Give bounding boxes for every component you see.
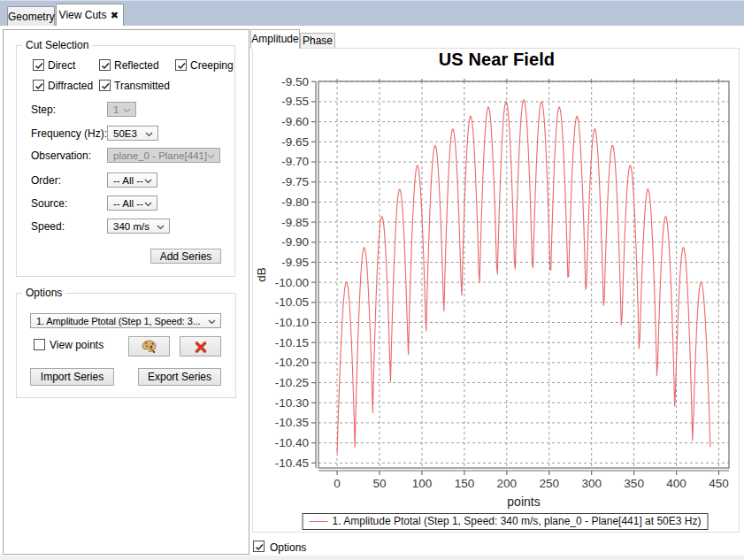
chart-region: Amplitude Phase US Near Field -9.50-9.55… (251, 26, 744, 556)
direct-checkbox[interactable] (33, 59, 44, 71)
checkmark-icon (100, 60, 111, 72)
chevron-down-icon (144, 179, 152, 184)
legend-label: 1. Amplitude Ptotal (Step 1, Speed: 340 … (333, 515, 702, 527)
frequency-label: Frequency (Hz): (31, 127, 107, 140)
tab-amplitude[interactable]: Amplitude (250, 29, 300, 49)
reflected-checkbox-label[interactable]: Reflected (114, 59, 159, 72)
checkmark-icon (100, 81, 111, 92)
document-tab-bar: Geometry View Cuts ✖ (0, 0, 744, 26)
creeping-checkbox-label[interactable]: Creeping (190, 59, 234, 72)
checkmark-icon (176, 60, 188, 72)
step-select[interactable]: 1 (107, 102, 136, 117)
tab-view-cuts[interactable]: View Cuts ✖ (56, 4, 124, 27)
options-group: Options 1. Amplitude Ptotal (Step 1, Spe… (16, 293, 236, 398)
svg-text:-10.05: -10.05 (275, 295, 309, 309)
svg-text:-10.25: -10.25 (275, 376, 309, 389)
chart-options-checkbox[interactable] (253, 541, 265, 552)
source-value: -- All -- (113, 198, 143, 209)
svg-text:-9.95: -9.95 (281, 256, 309, 269)
checkmark-icon (34, 60, 45, 72)
tab-geometry[interactable]: Geometry (7, 6, 55, 27)
svg-text:200: 200 (497, 477, 518, 490)
svg-text:100: 100 (412, 477, 433, 490)
cut-selection-group-title: Cut Selection (22, 39, 92, 51)
svg-text:-10.30: -10.30 (275, 396, 309, 410)
svg-text:-10.15: -10.15 (275, 336, 309, 349)
svg-text:350: 350 (624, 477, 644, 490)
window-bottom-strip (0, 556, 744, 560)
chevron-down-icon (145, 132, 153, 137)
chart-options-label[interactable]: Options (270, 541, 306, 554)
svg-text:0: 0 (334, 477, 341, 490)
chart-pane: US Near Field -9.50-9.55-9.60-9.65-9.70-… (252, 48, 740, 533)
svg-text:400: 400 (666, 477, 686, 490)
chart-legend: 1. Amplitude Ptotal (Step 1, Speed: 340 … (303, 513, 709, 530)
transmitted-checkbox[interactable] (99, 80, 111, 91)
svg-text:-9.50: -9.50 (281, 75, 309, 88)
svg-text:points: points (507, 495, 540, 509)
chart-options-row: Options (251, 541, 744, 556)
view-points-checkbox[interactable] (34, 339, 45, 350)
svg-text:dB: dB (255, 267, 268, 282)
legend-line-sample (310, 521, 328, 522)
svg-text:450: 450 (709, 477, 729, 490)
tab-phase[interactable]: Phase (300, 33, 335, 49)
svg-text:-9.90: -9.90 (281, 235, 309, 249)
chevron-down-icon (157, 225, 165, 230)
delete-series-button[interactable] (180, 336, 221, 357)
series-value: 1. Amplitude Ptotal (Step 1, Speed: 3... (36, 316, 210, 326)
svg-text:-9.75: -9.75 (281, 175, 309, 188)
svg-text:50: 50 (373, 477, 387, 490)
chevron-down-icon (207, 154, 215, 159)
diffracted-checkbox[interactable] (33, 80, 44, 91)
svg-text:-10.20: -10.20 (275, 356, 309, 369)
add-series-button[interactable]: Add Series (150, 249, 221, 264)
frequency-select[interactable]: 50E3 (107, 126, 158, 141)
close-tab-icon[interactable]: ✖ (111, 4, 119, 27)
reflected-checkbox[interactable] (99, 59, 111, 71)
svg-text:-9.55: -9.55 (281, 95, 309, 108)
svg-text:-10.45: -10.45 (275, 456, 309, 470)
svg-text:-9.60: -9.60 (281, 115, 309, 128)
application-window: Geometry View Cuts ✖ Cut Selection Direc… (0, 0, 744, 560)
source-label: Source: (31, 197, 67, 210)
transmitted-checkbox-label[interactable]: Transmitted (114, 80, 170, 92)
order-value: -- All -- (113, 175, 143, 186)
source-select[interactable]: -- All -- (107, 196, 157, 211)
cut-selection-group: Cut Selection Direct Reflected Creeping … (16, 45, 235, 277)
speed-label: Speed: (31, 220, 65, 233)
direct-checkbox-label[interactable]: Direct (48, 59, 75, 72)
step-label: Step: (31, 104, 56, 116)
observation-select[interactable]: plane_0 - Plane[441] (107, 148, 220, 163)
svg-text:-10.35: -10.35 (275, 416, 309, 429)
chevron-down-icon (123, 108, 131, 113)
checkmark-icon (34, 81, 45, 92)
import-series-button[interactable]: Import Series (30, 368, 114, 386)
tab-view-cuts-label: View Cuts (59, 9, 107, 21)
chevron-down-icon (144, 202, 152, 207)
svg-text:-10.40: -10.40 (275, 436, 309, 449)
options-group-title: Options (22, 287, 65, 299)
export-series-button[interactable]: Export Series (138, 368, 221, 386)
series-color-button[interactable] (128, 336, 170, 357)
svg-text:-9.80: -9.80 (281, 196, 309, 209)
order-select[interactable]: -- All -- (107, 173, 157, 188)
step-value: 1 (113, 104, 119, 115)
chevron-down-icon (208, 319, 216, 325)
delete-x-icon (195, 341, 207, 353)
observation-value: plane_0 - Plane[441] (113, 150, 207, 161)
diffracted-checkbox-label[interactable]: Diffracted (48, 80, 93, 92)
speed-select[interactable]: 340 m/s (107, 219, 170, 234)
palette-icon (142, 340, 157, 354)
svg-text:150: 150 (455, 477, 475, 490)
speed-value: 340 m/s (113, 221, 150, 232)
checkmark-icon (254, 541, 265, 553)
svg-text:-9.65: -9.65 (281, 135, 309, 149)
order-label: Order: (31, 174, 61, 187)
creeping-checkbox[interactable] (175, 59, 187, 71)
view-points-checkbox-label[interactable]: View points (50, 339, 104, 351)
svg-text:-9.70: -9.70 (281, 155, 309, 168)
series-select[interactable]: 1. Amplitude Ptotal (Step 1, Speed: 3... (30, 313, 221, 328)
observation-label: Observation: (31, 150, 91, 162)
svg-text:-9.85: -9.85 (281, 216, 309, 229)
